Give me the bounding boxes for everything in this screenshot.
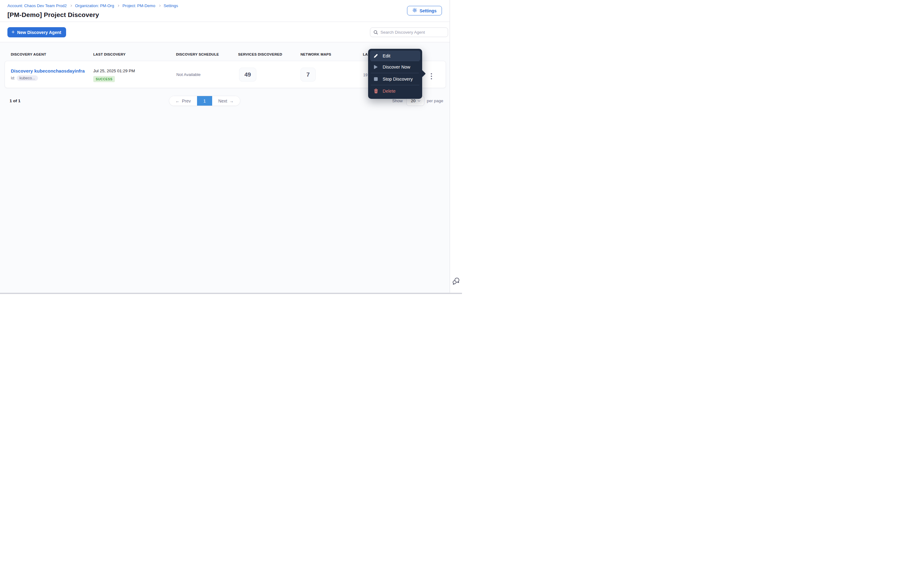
show-label: Show (392, 99, 403, 103)
play-icon (373, 65, 379, 69)
search-icon (373, 30, 378, 35)
breadcrumb-settings-link[interactable]: Settings (164, 3, 178, 8)
agent-id: Id: kubeco... (11, 75, 38, 81)
gear-icon (412, 8, 417, 13)
pager: ← Prev 1 Next → (169, 96, 240, 106)
settings-button[interactable]: Settings (407, 6, 442, 15)
pencil-icon (373, 53, 379, 58)
right-rail (450, 0, 462, 294)
column-header-last-discovery: LAST DISCOVERY (93, 53, 126, 56)
menu-item-edit[interactable]: Edit (370, 51, 420, 61)
chevron-down-icon (417, 99, 420, 102)
status-badge: SUCCESS (93, 76, 115, 82)
services-discovered-count: 49 (239, 68, 256, 81)
discovery-schedule-cell: Not Available (177, 72, 201, 77)
chevron-right-icon (117, 5, 119, 7)
column-header-services-discovered: SERVICES DISCOVERED (238, 53, 282, 56)
breadcrumb-account-link[interactable]: Account: Chaos Dev Team Prod2 (7, 3, 67, 8)
column-header-network-maps: NETWORK MAPS (300, 53, 331, 56)
menu-item-stop-discovery[interactable]: Stop Discovery (370, 73, 420, 85)
pagination-summary: 1 of 1 (10, 99, 20, 103)
last-discovery-date: Jul 25, 2025 01:29 PM (93, 69, 135, 73)
menu-item-edit-label: Edit (383, 53, 390, 58)
trash-icon (373, 89, 379, 94)
column-header-discovery-agent: DISCOVERY AGENT (11, 53, 46, 56)
row-context-menu: Edit Discover Now Stop Discovery Delete (368, 49, 422, 99)
chat-bubbles-icon[interactable] (452, 277, 460, 285)
new-discovery-agent-label: New Discovery Agent (17, 30, 61, 35)
menu-item-stop-discovery-label: Stop Discovery (383, 77, 413, 81)
agent-id-value-pill: kubeco... (16, 75, 38, 81)
new-discovery-agent-button[interactable]: + New Discovery Agent (7, 27, 66, 37)
prev-page-button[interactable]: ← Prev (169, 96, 197, 106)
page-title: [PM-Demo] Project Discovery (7, 11, 99, 18)
breadcrumb: Account: Chaos Dev Team Prod2 Organizati… (7, 3, 178, 8)
menu-item-delete-label: Delete (383, 89, 396, 94)
project-discovery-page: Account: Chaos Dev Team Prod2 Organizati… (0, 0, 462, 294)
menu-item-discover-now[interactable]: Discover Now (370, 61, 420, 73)
per-page-label: per page (427, 99, 443, 103)
next-label: Next (218, 99, 227, 104)
stop-icon (373, 77, 379, 81)
column-header-discovery-schedule: DISCOVERY SCHEDULE (176, 53, 219, 56)
next-page-button[interactable]: Next → (212, 96, 240, 106)
breadcrumb-project-link[interactable]: Project: PM-Demo (122, 3, 155, 8)
row-kebab-menu-icon[interactable] (427, 71, 436, 81)
header-divider (0, 21, 450, 22)
search-input[interactable] (381, 30, 445, 35)
breadcrumb-organization-link[interactable]: Organization: PM-Org (75, 3, 114, 8)
plus-icon: + (12, 29, 15, 35)
menu-item-delete[interactable]: Delete (370, 85, 420, 97)
current-page-button[interactable]: 1 (197, 96, 212, 106)
agent-id-label: Id: (11, 76, 15, 80)
network-maps-count: 7 (300, 68, 316, 81)
chevron-right-icon (70, 5, 72, 7)
agent-name-link[interactable]: Discovery kubeconchaosdayinfra (11, 68, 85, 74)
page-size-value: 20 (411, 99, 415, 103)
arrow-left-icon: ← (175, 99, 180, 104)
menu-item-discover-now-label: Discover Now (383, 64, 410, 69)
search-box (370, 28, 448, 37)
prev-label: Prev (182, 99, 191, 104)
arrow-right-icon: → (229, 99, 234, 104)
settings-button-label: Settings (419, 8, 436, 13)
chevron-right-icon (158, 5, 161, 7)
window-bottom-edge (0, 293, 462, 294)
